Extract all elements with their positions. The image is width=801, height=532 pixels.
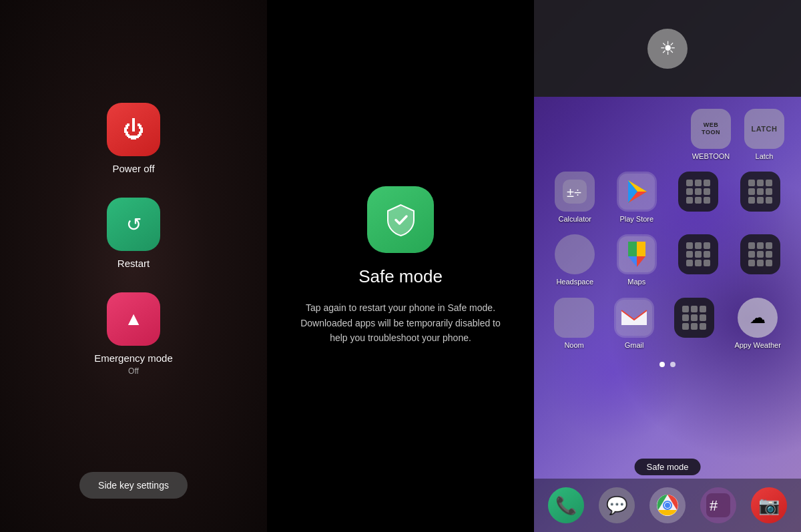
safemode-badge: Safe mode [635,459,701,475]
power-off-icon: ⏻ [123,117,144,142]
noom-app[interactable]: Noom [554,298,594,350]
latch-icon: LATCH [744,109,784,149]
restart-item: ↺ Restart [107,198,160,269]
gmail-label: Gmail [625,341,644,350]
appyweather-icon: ☁ [738,298,778,338]
restart-button[interactable]: ↺ [107,198,160,251]
side-key-settings-button[interactable]: Side key settings [79,472,188,499]
topbar-sun-icon: ☀ [647,29,688,69]
maps-label: Maps [627,278,645,286]
dock-camera-icon[interactable]: 📷 [751,487,787,523]
power-off-item: ⏻ Power off [107,103,160,174]
grid-app-4[interactable] [740,234,780,286]
dock-messages-icon[interactable]: 💬 [599,487,635,523]
home-screen-panel: ☀ WEB TOON WEBTOON LATCH Latch [534,0,801,532]
home-dock: 📞 💬 # 📷 [534,479,801,532]
dock-phone-icon[interactable]: 📞 [548,487,584,523]
safemode-title: Safe mode [358,266,443,287]
safemode-description: Tap again to restart your phone in Safe … [300,300,501,345]
calculator-app[interactable]: ±÷ Calculator [555,172,595,224]
svg-marker-9 [637,242,645,256]
gmail-icon [614,298,654,338]
headspace-label: Headspace [556,278,593,286]
power-buttons-area: ⏻ Power off ↺ Restart ▲ Emergency mode O… [94,103,173,376]
grid-app-1[interactable] [678,172,718,224]
appyweather-app[interactable]: ☁ Appy Weather [734,298,781,350]
noom-icon [554,298,594,338]
app-row-1: WEB TOON WEBTOON LATCH Latch [541,103,794,166]
latch-label: Latch [756,152,774,161]
webtoon-label: WEBTOON [692,152,730,161]
grid-icon-4 [740,234,780,274]
dock-slack-icon[interactable]: # [700,487,736,523]
noom-label: Noom [564,341,583,350]
calculator-icon: ±÷ [555,172,595,212]
headspace-icon [555,234,595,274]
page-dot-2 [670,362,676,367]
latch-app[interactable]: LATCH Latch [744,109,784,161]
grid-app-2[interactable] [740,172,780,224]
restart-label: Restart [117,258,150,269]
power-off-label: Power off [112,163,154,174]
svg-point-16 [665,503,670,508]
playstore-app[interactable]: Play Store [617,172,657,224]
grid-icon-2 [740,172,780,212]
grid-icon-3 [678,234,718,274]
svg-marker-8 [628,242,637,256]
emergency-item: ▲ Emergency mode Off [94,292,173,376]
grid-icon-5 [674,298,714,338]
svg-text:#: # [710,497,718,514]
grid-app-3[interactable] [678,234,718,286]
webtoon-icon: WEB TOON [691,109,731,149]
playstore-label: Play Store [619,215,653,224]
emergency-sublabel: Off [128,366,139,376]
emergency-label: Emergency mode [94,352,173,364]
grid-icon-1 [678,172,718,212]
app-row-4: Noom Gmail [541,292,794,355]
maps-icon [617,234,657,274]
page-dot-1 [659,362,665,367]
svg-text:±÷: ±÷ [567,185,581,200]
webtoon-app[interactable]: WEB TOON WEBTOON [691,109,731,161]
page-indicator [541,362,794,367]
safemode-panel: Safe mode Tap again to restart your phon… [267,0,534,532]
restart-icon: ↺ [126,214,142,236]
app-row-2: ±÷ Calculator Play Store [541,166,794,229]
power-off-button[interactable]: ⏻ [107,103,160,156]
grid-app-5[interactable] [674,298,714,350]
maps-app[interactable]: Maps [617,234,657,286]
gmail-app[interactable]: Gmail [614,298,654,350]
dock-chrome-icon[interactable] [649,487,686,523]
emergency-button[interactable]: ▲ [107,292,160,346]
calculator-label: Calculator [558,215,591,224]
playstore-icon [617,172,657,212]
power-menu-panel: ⏻ Power off ↺ Restart ▲ Emergency mode O… [0,0,267,532]
safe-mode-icon [367,186,434,253]
appyweather-label: Appy Weather [734,341,781,350]
app-row-3: Headspace Maps [541,229,794,292]
emergency-icon: ▲ [124,308,143,330]
home-topbar: ☀ [534,0,801,97]
headspace-app[interactable]: Headspace [555,234,595,286]
